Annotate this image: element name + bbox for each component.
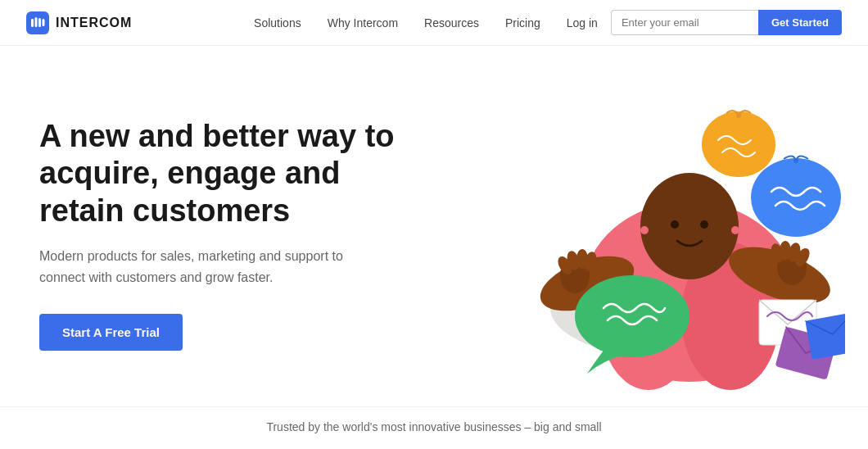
svg-point-30 bbox=[702, 111, 775, 177]
nav-resources[interactable]: Resources bbox=[424, 16, 479, 29]
get-started-button[interactable]: Get Started bbox=[758, 10, 842, 35]
trusted-section: Trusted by the world's most innovative b… bbox=[0, 406, 868, 449]
svg-point-25 bbox=[700, 220, 708, 229]
svg-point-33 bbox=[793, 158, 798, 163]
hero-subtitle: Modern products for sales, marketing and… bbox=[39, 246, 350, 288]
hero-section: A new and better way to acquire, engage … bbox=[0, 46, 868, 406]
svg-point-28 bbox=[575, 275, 689, 357]
nav-solutions[interactable]: Solutions bbox=[254, 16, 301, 29]
navbar: INTERCOM Solutions Why Intercom Resource… bbox=[0, 0, 868, 46]
nav-pricing[interactable]: Pricing bbox=[505, 16, 540, 29]
svg-rect-5 bbox=[43, 19, 45, 26]
login-link[interactable]: Log in bbox=[567, 16, 598, 29]
navbar-right: Log in Get Started bbox=[567, 10, 842, 35]
hero-title: A new and better way to acquire, engage … bbox=[39, 118, 416, 230]
svg-point-23 bbox=[640, 173, 739, 279]
svg-point-32 bbox=[751, 158, 841, 237]
trial-button[interactable]: Start A Free Trial bbox=[39, 314, 183, 351]
hero-svg bbox=[436, 62, 845, 390]
hero-illustration bbox=[432, 79, 829, 390]
svg-point-26 bbox=[640, 226, 649, 234]
svg-point-31 bbox=[736, 113, 741, 118]
intercom-logo-icon bbox=[26, 11, 49, 34]
svg-rect-4 bbox=[38, 18, 41, 27]
svg-rect-3 bbox=[35, 17, 38, 27]
svg-point-24 bbox=[671, 220, 679, 229]
logo-text: INTERCOM bbox=[56, 16, 132, 30]
svg-rect-0 bbox=[26, 11, 49, 34]
main-nav: Solutions Why Intercom Resources Pricing bbox=[254, 16, 540, 29]
email-input[interactable] bbox=[611, 10, 758, 35]
logo[interactable]: INTERCOM bbox=[26, 11, 132, 34]
trusted-tagline: Trusted by the world's most innovative b… bbox=[39, 420, 829, 433]
svg-rect-2 bbox=[31, 19, 34, 25]
svg-point-27 bbox=[731, 226, 739, 234]
nav-why-intercom[interactable]: Why Intercom bbox=[328, 16, 398, 29]
hero-content: A new and better way to acquire, engage … bbox=[39, 118, 416, 351]
